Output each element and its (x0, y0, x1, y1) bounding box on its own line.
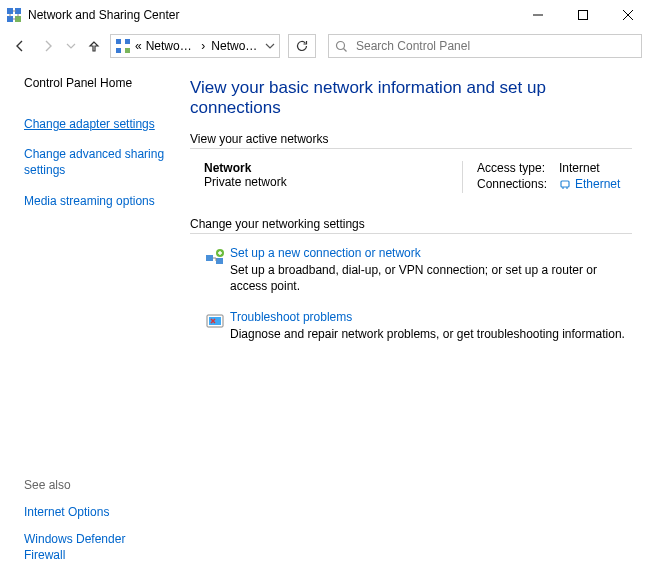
page-heading: View your basic network information and … (190, 78, 632, 118)
active-networks-label: View your active networks (190, 132, 632, 146)
svg-rect-11 (206, 255, 213, 261)
divider (190, 233, 632, 234)
seealso-firewall[interactable]: Windows Defender Firewall (24, 531, 170, 563)
svg-rect-6 (125, 39, 130, 44)
chevron-right-icon: › (201, 39, 205, 53)
access-type-label: Access type: (477, 161, 559, 175)
nav-toolbar: « Network and Sharing Center › Network a… (0, 30, 650, 62)
address-dropdown[interactable] (265, 41, 275, 51)
breadcrumb-overflow[interactable]: « (135, 39, 142, 53)
sidebar-change-adapter[interactable]: Change adapter settings (24, 116, 170, 132)
recent-dropdown[interactable] (64, 34, 78, 58)
new-connection-desc: Set up a broadband, dial-up, or VPN conn… (230, 262, 632, 294)
connection-value: Ethernet (575, 177, 620, 191)
option-troubleshoot: Troubleshoot problems Diagnose and repai… (190, 310, 632, 342)
svg-rect-4 (578, 11, 587, 20)
ethernet-icon (559, 178, 571, 190)
search-box[interactable] (328, 34, 642, 58)
control-panel-home-link[interactable]: Control Panel Home (24, 76, 170, 90)
new-connection-link[interactable]: Set up a new connection or network (230, 246, 632, 260)
maximize-button[interactable] (560, 0, 605, 30)
see-also-label: See also (24, 478, 170, 492)
up-button[interactable] (82, 34, 106, 58)
titlebar: Network and Sharing Center (0, 0, 650, 30)
divider (190, 148, 632, 149)
forward-button[interactable] (36, 34, 60, 58)
connections-label: Connections: (477, 177, 559, 191)
option-new-connection: Set up a new connection or network Set u… (190, 246, 632, 294)
svg-rect-15 (209, 317, 221, 325)
svg-rect-5 (116, 39, 121, 44)
refresh-button[interactable] (288, 34, 316, 58)
network-name: Network (204, 161, 462, 175)
address-bar[interactable]: « Network and Sharing Center › Network a… (110, 34, 280, 58)
svg-rect-7 (116, 48, 121, 53)
main-content: View your basic network information and … (180, 62, 650, 587)
troubleshoot-link[interactable]: Troubleshoot problems (230, 310, 632, 324)
connection-ethernet-link[interactable]: Ethernet (559, 177, 620, 191)
svg-rect-0 (7, 8, 13, 14)
access-type-value: Internet (559, 161, 600, 175)
sidebar-advanced-sharing[interactable]: Change advanced sharing settings (24, 146, 170, 178)
minimize-button[interactable] (515, 0, 560, 30)
app-icon (6, 7, 22, 23)
svg-rect-10 (561, 181, 569, 187)
breadcrumb-seg1[interactable]: Network and Sharing Center (146, 39, 196, 53)
sidebar: Control Panel Home Change adapter settin… (0, 62, 180, 587)
sidebar-media-streaming[interactable]: Media streaming options (24, 193, 170, 209)
address-icon (115, 38, 131, 54)
search-input[interactable] (354, 38, 635, 54)
svg-point-9 (337, 41, 345, 49)
search-icon (335, 40, 348, 53)
seealso-internet-options[interactable]: Internet Options (24, 504, 170, 520)
window-title: Network and Sharing Center (28, 8, 515, 22)
svg-rect-12 (216, 258, 223, 264)
close-button[interactable] (605, 0, 650, 30)
change-settings-label: Change your networking settings (190, 217, 632, 231)
svg-rect-8 (125, 48, 130, 53)
troubleshoot-icon (204, 310, 230, 342)
new-connection-icon (204, 246, 230, 294)
breadcrumb-seg2[interactable]: Network and Sharing Center (211, 39, 261, 53)
troubleshoot-desc: Diagnose and repair network problems, or… (230, 326, 632, 342)
active-network-row: Network Private network Access type: Int… (190, 161, 632, 193)
network-type: Private network (204, 175, 462, 189)
back-button[interactable] (8, 34, 32, 58)
